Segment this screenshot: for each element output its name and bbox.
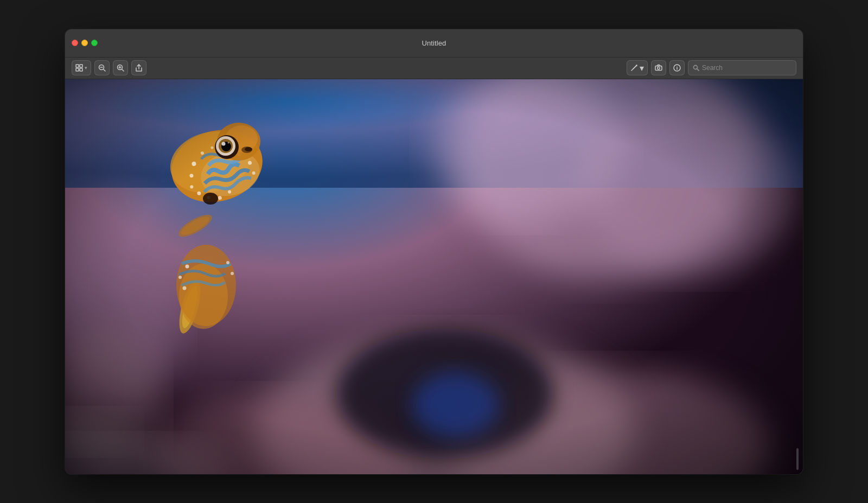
camera-button[interactable] <box>651 60 666 75</box>
zoom-out-button[interactable] <box>94 60 110 75</box>
svg-point-15 <box>661 66 661 67</box>
search-icon <box>693 65 699 71</box>
svg-rect-2 <box>76 68 79 71</box>
svg-rect-0 <box>76 65 79 67</box>
zoom-in-button[interactable] <box>113 60 128 75</box>
svg-rect-3 <box>80 68 82 71</box>
zoom-in-icon <box>117 64 124 72</box>
photo-scene <box>65 79 803 474</box>
grid-icon <box>75 64 83 72</box>
minimize-button[interactable] <box>81 40 88 46</box>
app-window: Untitled ▾ <box>65 29 803 474</box>
toolbar-right: ▾ <box>627 60 796 75</box>
window-title: Untitled <box>422 39 446 47</box>
share-icon <box>135 64 143 72</box>
toolbar: ▾ <box>65 58 803 79</box>
svg-rect-1 <box>80 65 82 67</box>
pen-tool-button[interactable]: ▾ <box>627 60 648 75</box>
svg-point-18 <box>676 66 677 66</box>
svg-line-20 <box>697 69 699 71</box>
camera-icon <box>655 64 662 72</box>
svg-line-6 <box>104 69 106 72</box>
pen-icon <box>630 64 638 72</box>
scroll-indicator <box>796 448 799 470</box>
maximize-button[interactable] <box>91 40 98 46</box>
photo-content <box>65 79 803 474</box>
photo-container <box>65 79 803 474</box>
chevron-icon: ▾ <box>85 65 87 71</box>
close-button[interactable] <box>72 40 78 46</box>
info-button[interactable] <box>669 60 685 75</box>
search-input[interactable] <box>702 64 792 72</box>
photo-svg <box>65 79 803 474</box>
pen-chevron-icon: ▾ <box>640 63 644 73</box>
svg-line-10 <box>122 69 124 72</box>
zoom-out-icon <box>98 64 106 72</box>
titlebar: Untitled <box>65 29 803 58</box>
traffic-lights <box>72 40 98 46</box>
info-icon <box>673 64 681 72</box>
view-toggle-button[interactable]: ▾ <box>72 60 91 75</box>
search-field[interactable] <box>688 60 796 75</box>
share-button[interactable] <box>131 60 146 75</box>
svg-point-14 <box>658 67 660 69</box>
svg-rect-75 <box>65 79 803 474</box>
svg-line-12 <box>633 66 636 69</box>
